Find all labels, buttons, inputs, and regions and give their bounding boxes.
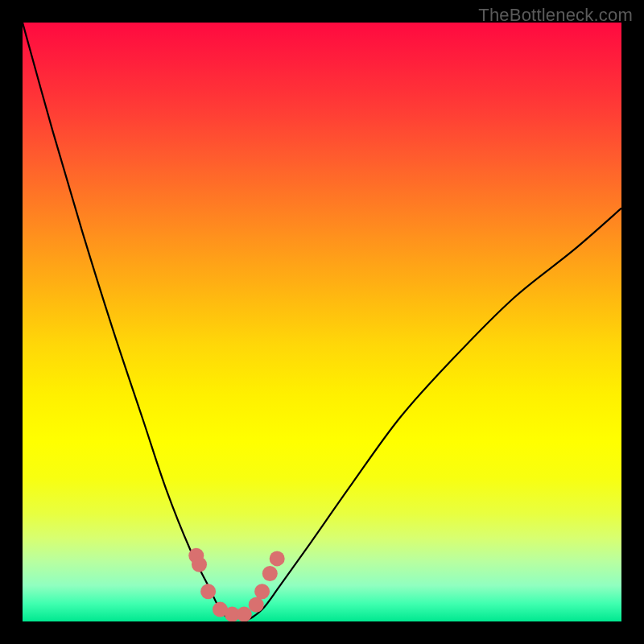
bottleneck-curve	[23, 23, 621, 621]
marker-dot	[237, 607, 252, 621]
chart-frame: TheBottleneck.com	[0, 0, 644, 644]
marker-dots	[188, 548, 284, 621]
marker-dot	[200, 584, 216, 599]
marker-dot	[254, 584, 270, 599]
marker-dot	[249, 597, 264, 613]
watermark: TheBottleneck.com	[478, 5, 633, 26]
marker-dot	[192, 557, 207, 572]
marker-dot	[270, 551, 285, 566]
marker-dot	[262, 566, 278, 581]
plot-area	[23, 23, 621, 621]
